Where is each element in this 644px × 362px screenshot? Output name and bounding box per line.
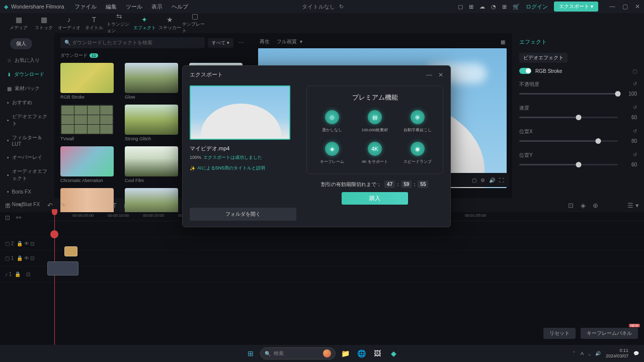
maximize-button[interactable]: ▢ <box>622 3 628 10</box>
keyframe-marker[interactable] <box>50 230 58 238</box>
filmora-taskbar-icon[interactable]: ◆ <box>387 347 400 360</box>
bell-icon[interactable]: ◔ <box>491 4 496 10</box>
sidebar-pill[interactable]: 個人 <box>10 38 32 49</box>
modal-close-button[interactable]: ✕ <box>438 71 443 78</box>
apps-icon[interactable]: ⊞ <box>502 4 507 10</box>
redo-button[interactable]: ↷ <box>60 202 65 209</box>
tooltab-ストック[interactable]: ▦ストック <box>31 13 56 33</box>
modal-minimize-button[interactable]: — <box>426 71 432 78</box>
menu-edit[interactable]: 編集 <box>106 3 117 11</box>
expand-icon[interactable]: ▢ <box>632 68 637 74</box>
track-header-fx[interactable]: ▢ 2 🔒 👁 ⊡ <box>0 241 47 246</box>
reset-button[interactable]: リセット <box>543 328 576 339</box>
track-header-audio[interactable]: ♪ 1 🔒 ⊡ <box>0 272 47 277</box>
effect-item[interactable]: RGB Stroke <box>60 63 118 100</box>
effect-name: RGB Stroke <box>535 68 562 74</box>
slider-track[interactable] <box>519 164 618 165</box>
tooltab-ステッカー[interactable]: ★ステッカー <box>157 13 182 33</box>
tooltab-エフェクト[interactable]: ✦エフェクト <box>132 13 157 33</box>
slider-reset-icon[interactable]: ↺ <box>633 152 637 159</box>
taskbar-search[interactable]: 🔍 検索 <box>260 347 336 359</box>
volume-icon[interactable]: 🔊 <box>489 177 495 183</box>
effect-toggle[interactable] <box>519 68 531 74</box>
sidebar-item[interactable]: •ビデオエフェクト <box>0 110 54 131</box>
ime-icon[interactable]: A <box>581 351 584 356</box>
premium-feature-icon: ◎ <box>325 110 339 124</box>
effect-item[interactable]: Glow <box>125 63 182 100</box>
sidebar-item[interactable]: ▦素材パック <box>0 81 54 96</box>
slider-reset-icon[interactable]: ↺ <box>633 105 637 112</box>
settings-icon[interactable]: ⚙ <box>480 177 485 183</box>
slider-track[interactable] <box>519 117 618 118</box>
minimize-button[interactable]: — <box>609 3 615 10</box>
tl-snap-icon[interactable]: ⊡ <box>5 214 10 221</box>
snapshot-icon[interactable]: ▦ <box>501 39 505 45</box>
fullscreen-icon[interactable]: ⛶ <box>499 177 504 183</box>
notifications-icon[interactable]: 💬 <box>633 351 639 356</box>
keyframe-panel-button[interactable]: キーフレームパネル NEW <box>581 328 638 339</box>
crop-icon[interactable]: ▢ <box>472 177 476 183</box>
start-button[interactable]: ⊞ <box>244 347 257 360</box>
sidebar-item[interactable]: ⬇ダウンロード <box>0 67 54 81</box>
explorer-icon[interactable]: 📁 <box>339 347 352 360</box>
adjust-icon[interactable]: ⊞ <box>5 202 11 209</box>
clock[interactable]: 0:11 2024/03/07 <box>606 348 628 359</box>
mixer-icon[interactable]: ⊡ <box>568 202 574 209</box>
slider-track[interactable] <box>519 140 618 142</box>
quality-dropdown[interactable]: フル画質 ▾ <box>277 38 302 45</box>
open-folder-button[interactable]: フォルダを開く <box>190 208 296 221</box>
search-input[interactable]: 🔍 ダウンロードしたエフェクトを検索 <box>60 37 205 48</box>
tl-link-icon[interactable]: ⚯ <box>16 214 21 221</box>
properties-category[interactable]: ビデオエフェクト <box>519 53 568 63</box>
pointer-icon[interactable]: ↖ <box>18 202 23 209</box>
tooltab-オーディオ[interactable]: ♪オーディオ <box>56 13 82 33</box>
login-link[interactable]: ログイン <box>526 3 548 11</box>
video-clip[interactable] <box>47 261 78 276</box>
more-icon[interactable]: ⋯ <box>236 40 247 46</box>
effect-item[interactable]: Cool Film <box>125 146 182 183</box>
sidebar-item[interactable]: •オーディオエフェクト <box>0 164 54 186</box>
slider-track[interactable] <box>519 93 618 95</box>
menu-help[interactable]: ヘルプ <box>172 3 188 11</box>
tooltab-メディア[interactable]: ▦メディア <box>6 13 31 33</box>
export-button[interactable]: エクスポート ▾ <box>554 2 598 12</box>
timeline[interactable]: ⊡ ⚯ 00:00:05:0000:00:10:0000:00:15:0000:… <box>0 212 644 362</box>
cart-icon[interactable]: 🛒 <box>513 4 520 10</box>
chrome-icon[interactable]: 🌐 <box>355 347 368 360</box>
undo-button[interactable]: ↶ <box>47 202 53 209</box>
photos-icon[interactable]: 🖼 <box>371 347 384 360</box>
effect-item[interactable]: Strong Glitch <box>125 105 182 141</box>
menu-tools[interactable]: ツール <box>126 3 142 11</box>
slider-reset-icon[interactable]: ↺ <box>633 81 637 88</box>
monitor-icon[interactable]: ⊞ <box>469 4 473 10</box>
effect-clip[interactable] <box>64 246 77 256</box>
sidebar-item[interactable]: ☆お気に入り <box>0 53 54 67</box>
wifi-icon[interactable]: ◟ <box>589 351 590 356</box>
sidebar-item[interactable]: •Boris FX <box>0 186 54 198</box>
tooltab-テンプレート[interactable]: ▢テンプレート <box>182 13 207 33</box>
buy-button[interactable]: 購入 <box>342 192 408 205</box>
track-header-video[interactable]: ▢ 1 🔒 👁 ⊡ <box>0 255 47 261</box>
filter-button[interactable]: すべて ▾ <box>208 38 233 48</box>
slider-label: 速度 <box>519 105 529 112</box>
effect-item[interactable]: Chromatic Aberration <box>60 146 118 183</box>
ai-suggestion-link[interactable]: ✨ AIによるSNS用のタイトルと説明 <box>190 165 296 171</box>
sidebar-item[interactable]: •オーバーレイ <box>0 150 54 164</box>
history-icon[interactable]: ↻ <box>339 4 344 10</box>
tray-chevron-icon[interactable]: ˄ <box>573 351 576 356</box>
tooltab-タイトル[interactable]: Tタイトル <box>82 13 107 33</box>
sidebar-item[interactable]: •フィルター＆LUT <box>0 131 54 150</box>
menu-file[interactable]: ファイル <box>74 3 97 11</box>
sidebar-item[interactable]: •おすすめ <box>0 96 54 110</box>
screen-icon[interactable]: ▢ <box>458 4 463 10</box>
marker-icon[interactable]: ◈ <box>581 202 586 209</box>
menu-view[interactable]: 表示 <box>151 3 163 11</box>
list-icon[interactable]: ☰ ▾ <box>627 202 639 209</box>
cloud-icon[interactable]: ☁ <box>479 4 485 10</box>
effect-item[interactable]: TVwall <box>60 105 118 141</box>
close-button[interactable]: ✕ <box>635 3 640 10</box>
slider-reset-icon[interactable]: ↺ <box>633 128 637 135</box>
tooltab-トランジション[interactable]: ⇆トランジション <box>107 13 132 33</box>
volume-tray-icon[interactable]: 🔊 <box>595 351 601 356</box>
add-track-button[interactable]: ⊕ <box>593 202 598 209</box>
